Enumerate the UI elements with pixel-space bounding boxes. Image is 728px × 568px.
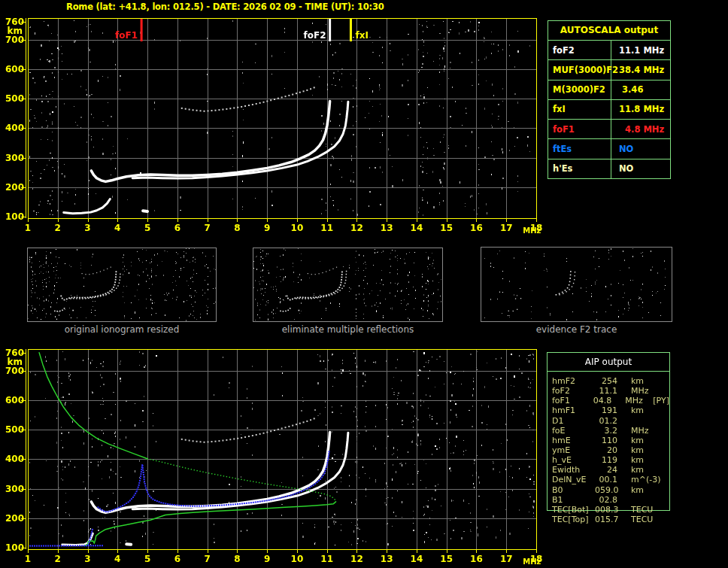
cell-label: D1 [552,416,595,426]
table-row: hmF2254km [548,376,669,386]
cell-label: foF1 [552,396,591,405]
table-row: foF2 11.1 MHz [548,40,670,59]
cell-unit [631,495,657,505]
cell-unit: km [631,445,657,455]
table-row: hmF1191km [548,405,669,415]
table-title: AUTOSCALA output [548,21,670,40]
cell-value: 04.8 [591,396,611,405]
cell-unit: km [631,376,657,386]
cell-label: B0 [552,485,595,495]
table-row: foF1 4.8 MHz [548,119,670,138]
table-row: B0059.0km [548,485,669,495]
cell-label: TEC[Top] [552,515,595,524]
cell-value: 38.4 MHz [611,60,670,79]
cell-unit: TECU [631,515,657,524]
cell-label: h_vE [552,455,595,465]
cell-label: TEC[Bot] [552,505,595,515]
table-row: h'Es NO [548,159,670,178]
table-row: hmE110km [548,436,669,445]
table-row: fxI 11.8 MHz [548,99,670,119]
cell-unit: MHz [631,386,657,396]
cell-label: ymE [552,445,595,455]
table-row: ymE20km [548,445,669,455]
cell-unit: km [631,405,657,415]
table-row: M(3000)F2 3.46 [548,80,670,99]
cell-unit: m^(-3) [631,475,657,484]
cell-label: foF1 [548,120,611,138]
thumbnail-f2-trace-evidence [481,247,672,322]
top-ionogram-canvas [0,15,548,236]
autoscala-window: Rome (lat: +41.8, lon: 012.5) - DATE: 20… [0,0,728,568]
cell-unit: MHz [631,426,657,436]
table-row: TEC[Bot]008.3TECU [548,505,669,515]
cell-value: 008.3 [595,505,617,515]
cell-label: M(3000)F2 [548,80,611,99]
thumbnail-caption: eliminate multiple reflections [253,324,443,335]
cell-value: 191 [595,405,617,415]
cell-label: hmF1 [552,405,595,415]
thumbnail-original-ionogram [27,248,217,322]
cell-value: 01.2 [595,416,617,426]
cell-value: 254 [595,376,617,386]
table-row: foF211.1MHz [548,386,669,396]
table-body: foF2 11.1 MHz MUF(3000)F2 38.4 MHz M(300… [548,40,670,178]
cell-label: foF2 [548,41,611,59]
cell-note: [PY] [653,396,669,405]
cell-label: MUF(3000)F2 [548,60,611,79]
thumbnail-multiple-reflections-removed [253,248,443,322]
cell-value: 11.1 MHz [611,41,670,59]
cell-value: 119 [595,455,617,465]
cell-label: B1 [552,495,595,505]
cell-value: 02.8 [595,495,617,505]
table-row: DelN_vE00.1m^(-3) [548,475,669,484]
thumbnail-caption: evidence F2 trace [481,324,672,335]
cell-label: fxI [548,100,611,119]
cell-value: 00.1 [595,475,617,484]
cell-unit: km [631,485,657,495]
cell-label: hmE [552,436,595,445]
table-title: AIP output [548,353,669,372]
cell-label: ftEs [548,139,611,158]
profile-ionogram-canvas [0,346,548,567]
table-row: TEC[Top]015.7TECU [548,515,669,524]
table-row: h_vE119km [548,455,669,465]
table-row: B102.8 [548,495,669,505]
cell-label: hmF2 [552,376,595,386]
cell-label: Ewidth [552,465,595,475]
cell-label: h'Es [548,159,611,178]
aip-output-table: AIP output hmF2254km foF211.1MHz foF104.… [547,352,670,511]
table-row: foE3.2MHz [548,426,669,436]
cell-value: 015.7 [595,515,617,524]
table-row: Ewidth24km [548,465,669,475]
cell-value: 4.8 MHz [611,120,670,138]
page-title: Rome (lat: +41.8, lon: 012.5) - DATE: 20… [66,2,384,12]
cell-value: NO [611,139,670,158]
cell-value: 110 [595,436,617,445]
cell-unit [631,416,657,426]
cell-label: DelN_vE [552,475,595,484]
cell-value: 059.0 [595,485,617,495]
cell-unit: TECU [631,505,657,515]
cell-value: 3.46 [611,80,670,99]
cell-value: NO [611,159,670,178]
cell-label: foF2 [552,386,595,396]
thumbnail-caption: original ionogram resized [27,324,217,335]
cell-value: 11.8 MHz [611,100,670,119]
table-body: hmF2254km foF211.1MHz foF104.8MHz[PY] hm… [548,372,669,524]
cell-value: 20 [595,445,617,455]
cell-unit: km [631,455,657,465]
table-row: foF104.8MHz[PY] [548,396,669,405]
cell-unit: MHz [625,396,648,405]
cell-value: 3.2 [595,426,617,436]
autoscala-output-table: AUTOSCALA output foF2 11.1 MHz MUF(3000)… [548,20,671,179]
cell-unit: km [631,465,657,475]
cell-unit: km [631,436,657,445]
cell-label: foE [552,426,595,436]
table-row: D101.2 [548,416,669,426]
table-row: ftEs NO [548,138,670,158]
table-row: MUF(3000)F2 38.4 MHz [548,59,670,79]
cell-value: 24 [595,465,617,475]
cell-value: 11.1 [595,386,617,396]
